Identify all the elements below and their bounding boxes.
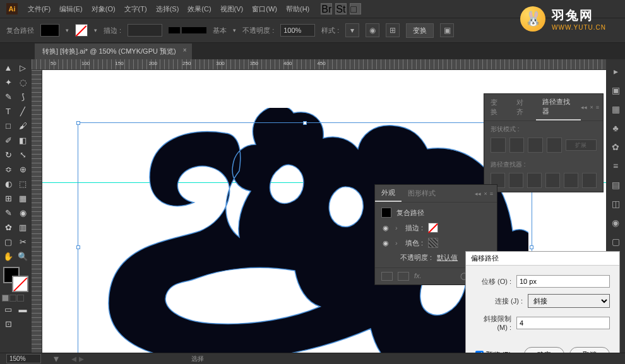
minus-front-button[interactable] <box>509 138 525 153</box>
color-mode-fill[interactable] <box>2 295 9 302</box>
visibility-toggle[interactable]: ◉ <box>381 238 390 247</box>
dock-brushes-icon[interactable]: ♣ <box>609 121 622 135</box>
magic-wand-tool[interactable]: ✦ <box>1 75 15 89</box>
unite-button[interactable] <box>491 138 506 153</box>
screen-mode-toggle[interactable]: ⊡ <box>1 317 15 331</box>
menu-file[interactable]: 文件(F) <box>24 3 54 15</box>
add-fill-button[interactable] <box>398 272 409 281</box>
width-tool[interactable]: ≎ <box>1 162 15 176</box>
minus-back-button[interactable] <box>582 173 597 188</box>
artboard-tool[interactable]: ▢ <box>1 235 15 249</box>
pathfinder-tab-pathfinder[interactable]: 路径查找器 <box>536 94 581 120</box>
eraser-tool[interactable]: ◧ <box>16 133 30 147</box>
add-stroke-button[interactable] <box>381 272 393 281</box>
shape-builder-tool[interactable]: ◐ <box>1 177 15 191</box>
menu-view[interactable]: 视图(V) <box>217 3 247 15</box>
dock-color-icon[interactable]: ▣ <box>609 83 622 97</box>
stock-icon[interactable]: St <box>335 3 347 15</box>
perspective-tool[interactable]: ⬚ <box>16 177 30 191</box>
opacity-input[interactable] <box>280 24 315 37</box>
arrange-icon[interactable]: □ <box>350 3 361 15</box>
tab-close-icon[interactable]: × <box>183 47 187 54</box>
ruler-horizontal[interactable]: 50100 150200 250300 350400 450 <box>32 59 606 70</box>
brush-tool[interactable]: 🖌 <box>16 119 30 132</box>
merge-button[interactable] <box>527 173 542 188</box>
dock-transparency-icon[interactable]: ◫ <box>609 197 622 211</box>
miter-input[interactable] <box>516 317 610 329</box>
color-mode-none[interactable] <box>17 295 24 302</box>
dock-appearance-icon[interactable]: ◉ <box>609 216 622 230</box>
menu-select[interactable]: 选择(S) <box>152 3 183 15</box>
scale-tool[interactable]: ⤡ <box>16 148 30 161</box>
ruler-vertical[interactable] <box>32 70 42 353</box>
panel-collapse-icon[interactable]: ◂◂ <box>581 104 587 110</box>
document-tab[interactable]: 转换] [转换].ai* @ 150% (CMYK/GPU 预览) × <box>35 44 192 59</box>
style-dropdown[interactable]: ▾ <box>345 23 359 37</box>
screen-mode-2[interactable]: ▬ <box>16 302 30 316</box>
eyedropper-tool[interactable]: ✎ <box>1 206 15 220</box>
dock-gradient-icon[interactable]: ▤ <box>609 178 622 192</box>
graphic-styles-tab[interactable]: 图形样式 <box>402 185 442 201</box>
blend-tool[interactable]: ◉ <box>16 206 30 220</box>
menu-window[interactable]: 窗口(W) <box>248 3 281 15</box>
stroke-profile[interactable] <box>169 27 206 33</box>
trim-button[interactable] <box>509 173 523 188</box>
crop-button[interactable] <box>545 173 560 188</box>
color-controls[interactable] <box>1 267 30 292</box>
selection-tool[interactable]: ▲ <box>1 61 15 74</box>
symbol-tool[interactable]: ✿ <box>1 220 15 234</box>
graph-tool[interactable]: ▥ <box>16 220 30 234</box>
rectangle-tool[interactable]: □ <box>1 119 15 132</box>
visibility-toggle[interactable]: ◉ <box>381 223 390 232</box>
stroke-color[interactable] <box>12 276 28 292</box>
line-tool[interactable]: ╱ <box>16 104 30 118</box>
sel-handle-mr[interactable] <box>530 245 533 249</box>
rotate-tool[interactable]: ↻ <box>1 148 15 161</box>
lasso-tool[interactable]: ◌ <box>16 75 30 89</box>
panel-close-icon[interactable]: × <box>590 104 593 110</box>
menu-edit[interactable]: 编辑(E) <box>56 3 86 15</box>
dock-layers-icon[interactable]: ▢ <box>609 235 622 249</box>
shaper-tool[interactable]: ✐ <box>1 133 15 147</box>
stroke-row-swatch[interactable] <box>428 223 438 233</box>
bridge-icon[interactable]: Br <box>321 3 332 15</box>
free-transform-tool[interactable]: ⊕ <box>16 162 30 176</box>
recolor-icon[interactable]: ◉ <box>366 23 379 37</box>
color-mode-gradient[interactable] <box>9 295 16 302</box>
screen-mode-1[interactable]: ▭ <box>1 302 15 316</box>
opacity-value-link[interactable]: 默认值 <box>437 253 458 262</box>
type-tool[interactable]: T <box>1 104 15 118</box>
panel-menu-icon[interactable]: ≡ <box>490 191 493 197</box>
dock-swatches-icon[interactable]: ▦ <box>609 102 622 116</box>
zoom-tool[interactable]: 🔍 <box>16 249 30 263</box>
menu-type[interactable]: 文字(T) <box>121 3 151 15</box>
menu-object[interactable]: 对象(O) <box>88 3 119 15</box>
intersect-button[interactable] <box>528 138 543 153</box>
fill-swatch[interactable] <box>40 24 59 37</box>
expand-button[interactable]: 扩展 <box>566 139 597 151</box>
dock-symbols-icon[interactable]: ✿ <box>609 140 622 154</box>
panel-close-icon[interactable]: × <box>484 191 487 197</box>
exclude-button[interactable] <box>547 138 562 153</box>
add-effect-button[interactable]: fx. <box>414 272 422 281</box>
zoom-input[interactable] <box>6 354 41 363</box>
panel-menu-icon[interactable]: ≡ <box>596 104 599 110</box>
gradient-tool[interactable]: ▦ <box>16 191 30 205</box>
panel-collapse-icon[interactable]: ◂◂ <box>475 191 481 197</box>
pathfinder-tab-align[interactable]: 对齐 <box>510 95 536 120</box>
transform-button[interactable]: 变换 <box>406 23 434 38</box>
menu-effect[interactable]: 效果(C) <box>184 3 215 15</box>
dock-properties-icon[interactable]: ▸ <box>609 64 622 78</box>
curvature-tool[interactable]: ⟆ <box>16 90 30 103</box>
pathfinder-tab-transform[interactable]: 变换 <box>484 95 510 120</box>
mesh-tool[interactable]: ⊞ <box>1 191 15 205</box>
fill-row-swatch[interactable] <box>428 238 438 248</box>
pen-tool[interactable]: ✎ <box>1 90 15 103</box>
appearance-tab[interactable]: 外观 <box>375 185 402 202</box>
isolate-icon[interactable]: ▣ <box>440 23 454 37</box>
stroke-weight-input[interactable] <box>128 24 162 37</box>
hand-tool[interactable]: ✋ <box>1 249 15 263</box>
join-select[interactable]: 斜接 <box>528 294 610 308</box>
dock-stroke-icon[interactable]: ≡ <box>609 159 622 173</box>
menu-help[interactable]: 帮助(H) <box>282 3 313 15</box>
